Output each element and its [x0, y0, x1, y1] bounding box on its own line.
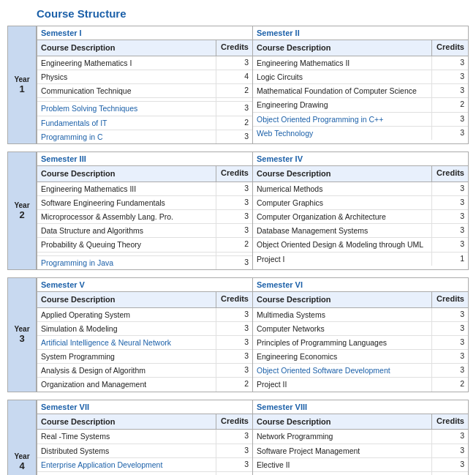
course-desc: Engineering Economics [253, 350, 431, 363]
course-credits: 1 [431, 253, 468, 266]
course-row: Object Oriented Design & Modeling throug… [253, 238, 468, 252]
course-desc: Object Oriented Programming in C++ [253, 113, 431, 126]
course-row: Web Technology3 [253, 127, 468, 140]
course-credits: 3 [431, 84, 468, 97]
course-credits: 3 [216, 472, 252, 475]
header-credits: Credits [216, 40, 252, 56]
course-desc: Multimedia Systems [253, 308, 431, 321]
course-credits: 3 [431, 364, 468, 377]
course-credits: 3 [216, 182, 252, 195]
course-desc: Fundamentals of IT [37, 116, 216, 130]
course-header-2-1: Course DescriptionCredits [37, 166, 252, 182]
course-credits: 3 [431, 70, 468, 83]
course-desc: System Programming [37, 350, 216, 363]
course-credits: 3 [431, 350, 468, 363]
course-credits: 3 [431, 224, 468, 237]
page-title: Course Structure [37, 7, 469, 20]
course-row: Engineering Drawing2 [253, 98, 468, 112]
course-desc: Software Project Management [253, 444, 431, 457]
course-desc: Enterprise Application Development [37, 458, 216, 471]
course-row: Software Project Management3 [253, 444, 468, 458]
course-row: Software Engineering Fundamentals3 [37, 196, 252, 210]
semester-3-2: Semester VICourse DescriptionCreditsMult… [253, 277, 469, 392]
course-row: Communication Technique2 [37, 84, 252, 98]
course-desc [37, 253, 216, 255]
header-credits: Credits [216, 166, 252, 182]
course-row: Numerical Methods3 [253, 182, 468, 196]
course-desc: Network Programming [253, 430, 431, 443]
header-credits: Credits [216, 414, 252, 430]
course-desc: Database Management Systems [253, 224, 431, 237]
course-structure: Year1Semester ICourse DescriptionCredits… [7, 26, 469, 475]
course-row: Engineering Economics3 [253, 350, 468, 364]
semesters-year-4: Semester VIICourse DescriptionCreditsRea… [37, 400, 469, 475]
course-desc: Computer Organization & Architecture [253, 210, 431, 223]
header-credits: Credits [431, 40, 468, 56]
course-credits: 3 [431, 238, 468, 251]
course-header-2-2: Course DescriptionCredits [253, 166, 468, 182]
header-course-desc: Course Description [253, 40, 431, 56]
course-credits: 3 [216, 102, 252, 115]
course-credits [216, 253, 252, 255]
header-course-desc: Course Description [37, 40, 216, 56]
year-word: Year [14, 201, 29, 209]
course-desc: Object Oriented Software Development [253, 364, 431, 377]
course-credits: 3 [216, 458, 252, 471]
course-desc: Computer Networks [253, 322, 431, 335]
course-credits: 3 [216, 224, 252, 237]
course-row: Project I1 [253, 253, 468, 266]
course-desc: Probability & Queuing Theory [37, 238, 216, 251]
course-desc: Artificial Intelligence & Neural Network [37, 336, 216, 349]
course-row: Multimedia Systems3 [253, 308, 468, 322]
course-row: Programming in C3 [37, 130, 252, 143]
course-credits: 3 [216, 350, 252, 363]
year-label-1: Year1 [7, 26, 37, 144]
year-word: Year [14, 75, 29, 83]
course-credits: 3 [216, 444, 252, 457]
year-label-3: Year3 [7, 277, 37, 392]
course-credits: 2 [431, 378, 468, 391]
course-credits: 5 [431, 472, 468, 475]
semesters-year-3: Semester VCourse DescriptionCreditsAppli… [37, 277, 469, 392]
course-desc: Communication Technique [37, 84, 216, 97]
header-course-desc: Course Description [253, 166, 431, 182]
course-row: Object Oriented Programming in C++3 [253, 113, 468, 127]
course-credits: 3 [431, 444, 468, 457]
course-credits: 3 [431, 196, 468, 209]
semester-2-1: Semester IIICourse DescriptionCreditsEng… [37, 152, 253, 270]
semester-3-1: Semester VCourse DescriptionCreditsAppli… [37, 277, 253, 392]
course-credits: 3 [431, 308, 468, 321]
course-credits: 3 [431, 182, 468, 195]
year-block-4: Year4Semester VIICourse DescriptionCredi… [7, 400, 469, 475]
course-credits: 3 [216, 322, 252, 335]
year-num: 4 [19, 460, 24, 471]
year-num: 3 [19, 333, 24, 344]
course-desc: Software Engineering Fundamentals [37, 196, 216, 209]
course-credits: 3 [216, 336, 252, 349]
semester-title-4-1: Semester VII [37, 400, 252, 414]
course-row: Simulation & Modeling3 [37, 322, 252, 336]
course-row: Elective II3 [253, 458, 468, 472]
course-desc: Project II [253, 378, 431, 391]
course-row: Distributed Systems3 [37, 444, 252, 458]
course-desc: Problem Solving Techniques [37, 102, 216, 115]
header-credits: Credits [431, 166, 468, 182]
semester-title-3-1: Semester V [37, 278, 252, 292]
course-desc: Web Technology [253, 127, 431, 140]
course-credits: 4 [216, 70, 252, 83]
header-credits: Credits [431, 292, 468, 307]
header-credits: Credits [216, 292, 252, 307]
semester-title-1-1: Semester I [37, 26, 252, 40]
course-header-1-2: Course DescriptionCredits [253, 40, 468, 56]
course-desc: Programming in C [37, 130, 216, 143]
course-row: Project II2 [253, 378, 468, 391]
semesters-year-2: Semester IIICourse DescriptionCreditsEng… [37, 152, 469, 270]
course-row: Physics4 [37, 70, 252, 84]
course-header-4-2: Course DescriptionCredits [253, 414, 468, 430]
course-desc: Engineering Mathematics II [253, 56, 431, 70]
semester-1-2: Semester IICourse DescriptionCreditsEngi… [253, 26, 469, 144]
course-row: Engineering Mathematics I3 [37, 56, 252, 70]
course-row: Applied Operating System3 [37, 308, 252, 322]
semesters-year-1: Semester ICourse DescriptionCreditsEngin… [37, 26, 469, 144]
course-row: System Programming3 [37, 350, 252, 364]
